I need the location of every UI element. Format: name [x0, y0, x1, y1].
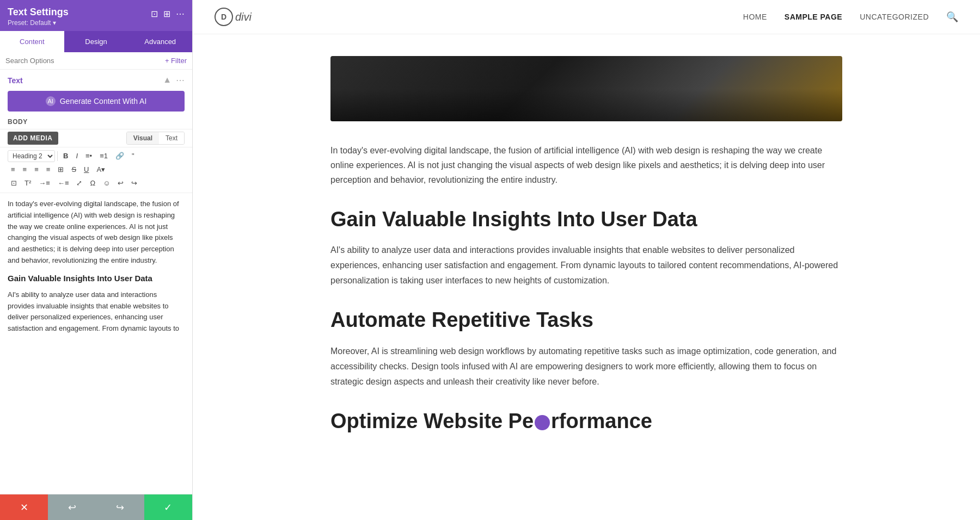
emoji-button[interactable]: ☺ — [100, 177, 113, 189]
indent-button[interactable]: →≡ — [35, 177, 53, 189]
ordered-list-button[interactable]: ≡1 — [96, 150, 111, 162]
text-tab[interactable]: Text — [159, 132, 184, 144]
align-right-button[interactable]: ≡ — [31, 163, 42, 176]
underline-button[interactable]: U — [81, 163, 92, 176]
editor-para-2: AI's ability to analyze user data and in… — [8, 289, 185, 335]
panel-header: Text Settings Preset: Default ▾ ⊡ ⊞ ⋯ — [0, 0, 192, 31]
section-header: Text ▲ ⋯ — [0, 70, 192, 89]
add-media-button[interactable]: ADD MEDIA — [8, 132, 58, 145]
italic-button[interactable]: I — [72, 150, 81, 162]
ai-generate-button[interactable]: AI Generate Content With AI — [8, 91, 185, 112]
heading-automate: Automate Repetitive Tasks — [330, 308, 842, 333]
logo-name: divi — [235, 11, 252, 23]
save-button[interactable]: ✓ — [144, 494, 192, 520]
special-chars-button[interactable]: Ω — [87, 177, 99, 189]
format-row-2: ≡ ≡ ≡ ≡ ⊞ S U A▾ — [8, 163, 185, 176]
filter-label: + Filter — [165, 57, 187, 65]
panel-tabs: Content Design Advanced — [0, 31, 192, 52]
heading-gain-insights: Gain Valuable Insights Into User Data — [330, 207, 842, 232]
save-icon: ✓ — [164, 502, 172, 513]
nav-link-sample[interactable]: SAMPLE PAGE — [785, 13, 842, 21]
heading-select[interactable]: Heading 2 Heading 1 Heading 3 Paragraph — [8, 150, 55, 162]
tab-content[interactable]: Content — [0, 31, 64, 52]
editor-para-1: In today's ever-evolving digital landsca… — [8, 199, 185, 267]
body-label: Body — [0, 118, 192, 129]
ai-icon: AI — [46, 96, 56, 106]
undo-button[interactable]: ↩ — [48, 494, 96, 520]
unordered-list-button[interactable]: ≡• — [82, 150, 95, 162]
undo-editor-button[interactable]: ↩ — [114, 177, 127, 189]
para-gain-insights: AI's ability to analyze user data and in… — [330, 243, 842, 288]
align-justify-button[interactable]: ≡ — [43, 163, 54, 176]
editor-toolbar-top: ADD MEDIA Visual Text — [0, 129, 192, 147]
fullscreen-button[interactable]: ⤢ — [73, 177, 85, 189]
strikethrough-button[interactable]: S — [68, 163, 79, 176]
bottom-bar: ✕ ↩ ↪ ✓ — [0, 494, 192, 520]
panel-header-icons: ⊡ ⊞ ⋯ — [151, 9, 185, 19]
redo-editor-button[interactable]: ↪ — [128, 177, 140, 189]
panel-icon-grid[interactable]: ⊞ — [163, 9, 170, 19]
link-button[interactable]: 🔗 — [112, 150, 127, 162]
section-collapse-icon[interactable]: ▲ — [163, 75, 171, 85]
hero-image — [330, 56, 842, 121]
panel-preset[interactable]: Preset: Default ▾ — [8, 19, 69, 27]
tab-advanced[interactable]: Advanced — [128, 31, 192, 52]
site-nav: D divi HOME SAMPLE PAGE UNCATEGORIZED 🔍 — [193, 0, 980, 34]
embed-button[interactable]: ⊡ — [8, 177, 20, 189]
nav-links: HOME SAMPLE PAGE UNCATEGORIZED 🔍 — [743, 11, 958, 23]
ai-button-label: Generate Content With AI — [60, 97, 147, 106]
search-bar: + Filter — [0, 52, 192, 70]
panel-title: Text Settings — [8, 7, 69, 18]
nav-link-home[interactable]: HOME — [743, 13, 767, 21]
panel-icon-copy[interactable]: ⊡ — [151, 9, 158, 19]
section-title: Text — [8, 76, 23, 85]
para-automate: Moreover, AI is streamlining web design … — [330, 344, 842, 389]
editor-heading-1: Gain Valuable Insights Into User Data — [8, 272, 185, 285]
heading-optimize: Optimize Website Performance — [330, 409, 842, 434]
blockquote-button[interactable]: " — [128, 150, 138, 162]
left-panel: Text Settings Preset: Default ▾ ⊡ ⊞ ⋯ Co… — [0, 0, 193, 520]
table-button[interactable]: ⊞ — [54, 163, 67, 176]
panel-icon-more[interactable]: ⋯ — [176, 9, 185, 19]
search-input[interactable] — [5, 57, 165, 65]
superscript-button[interactable]: T² — [21, 177, 34, 189]
site-logo: D divi — [215, 8, 252, 26]
visual-tab[interactable]: Visual — [127, 132, 159, 144]
format-row-3: ⊡ T² →≡ ←≡ ⤢ Ω ☺ ↩ ↪ — [8, 177, 185, 189]
section-more-icon[interactable]: ⋯ — [176, 75, 185, 85]
format-row-1: Heading 2 Heading 1 Heading 3 Paragraph … — [8, 150, 185, 162]
align-left-button[interactable]: ≡ — [8, 163, 19, 176]
redo-button[interactable]: ↪ — [96, 494, 144, 520]
logo-circle: D — [215, 8, 233, 26]
text-color-button[interactable]: A▾ — [93, 163, 108, 176]
cancel-icon: ✕ — [20, 502, 28, 513]
purple-dot-decoration — [535, 415, 550, 430]
tab-design[interactable]: Design — [64, 31, 128, 52]
section-icons: ▲ ⋯ — [163, 75, 185, 85]
filter-button[interactable]: + Filter — [165, 57, 187, 65]
heading-optimize-text-before: Optimize Website Pe — [330, 410, 534, 432]
cancel-button[interactable]: ✕ — [0, 494, 48, 520]
bold-button[interactable]: B — [60, 150, 71, 162]
nav-link-uncategorized[interactable]: UNCATEGORIZED — [860, 13, 929, 21]
heading-optimize-text-after: rformance — [551, 410, 652, 432]
main-area: D divi HOME SAMPLE PAGE UNCATEGORIZED 🔍 … — [193, 0, 980, 520]
editor-content[interactable]: In today's ever-evolving digital landsca… — [0, 193, 192, 494]
format-toolbar: Heading 2 Heading 1 Heading 3 Paragraph … — [0, 147, 192, 193]
visual-text-switcher: Visual Text — [126, 132, 185, 145]
search-icon-nav[interactable]: 🔍 — [946, 11, 958, 23]
align-center-button[interactable]: ≡ — [20, 163, 30, 176]
logo-letter: D — [221, 13, 226, 21]
page-content: In today's ever-evolving digital landsca… — [287, 34, 886, 477]
undo-icon: ↩ — [68, 502, 76, 513]
redo-icon: ↪ — [116, 502, 124, 513]
intro-text: In today's ever-evolving digital landsca… — [330, 143, 842, 188]
hero-image-overlay — [330, 89, 842, 121]
outdent-button[interactable]: ←≡ — [54, 177, 72, 189]
